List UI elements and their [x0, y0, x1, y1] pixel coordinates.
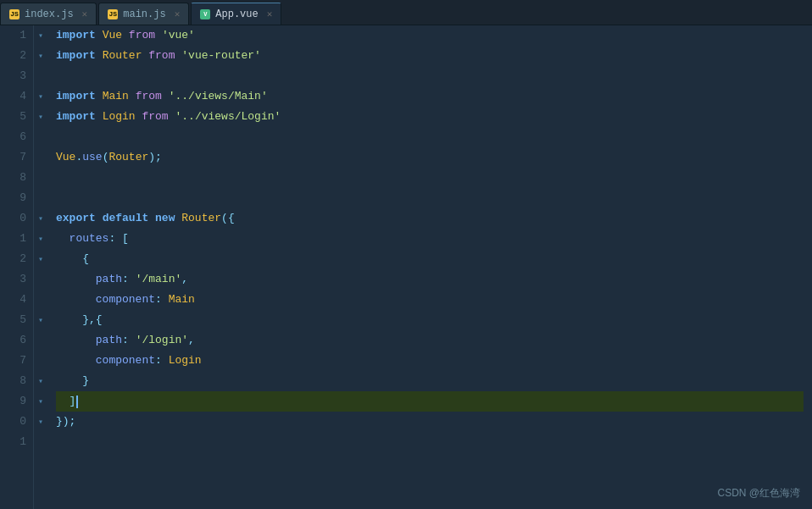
code-line-13: path: '/main', — [56, 269, 804, 290]
tab-main-js[interactable]: JS main.js ✕ — [98, 3, 189, 25]
code-line-14: component: Main — [56, 290, 804, 310]
line-num-5: 5 — [7, 107, 26, 127]
fold-2[interactable]: ▾ — [34, 46, 47, 66]
tab-main-js-label: main.js — [123, 8, 165, 20]
code-line-20: }); — [56, 412, 804, 432]
fold-17 — [34, 351, 47, 371]
fold-6 — [34, 127, 47, 147]
fold-13 — [34, 269, 47, 290]
code-area: 1 2 3 4 5 6 7 8 9 0 1 2 3 4 5 6 7 8 9 0 … — [0, 25, 812, 509]
line-num-18: 8 — [7, 371, 26, 391]
code-line-4: import Main from '../views/Main' — [56, 86, 804, 107]
code-line-9 — [56, 188, 804, 208]
code-line-16: path: '/login', — [56, 330, 804, 351]
code-line-19: ] — [56, 391, 804, 412]
line-num-10: 0 — [7, 208, 26, 229]
code-line-2: import Router from 'vue-router' — [56, 46, 804, 66]
code-line-1: import Vue from 'vue' — [56, 25, 804, 46]
line-num-11: 1 — [7, 229, 26, 249]
line-num-6: 6 — [7, 127, 26, 147]
fold-8 — [34, 168, 47, 188]
fold-7 — [34, 147, 47, 168]
fold-19[interactable]: ▾ — [34, 391, 47, 412]
fold-4[interactable]: ▾ — [34, 86, 47, 107]
fold-11[interactable]: ▾ — [34, 229, 47, 249]
fold-16 — [34, 330, 47, 351]
line-num-1: 1 — [7, 25, 26, 46]
code-line-15: },{ — [56, 310, 804, 330]
code-line-3 — [56, 66, 804, 86]
line-num-12: 2 — [7, 249, 26, 269]
code-line-6 — [56, 127, 804, 147]
fold-3 — [34, 66, 47, 86]
fold-20[interactable]: ▾ — [34, 412, 47, 432]
fold-9 — [34, 188, 47, 208]
line-num-15: 5 — [7, 310, 26, 330]
fold-15[interactable]: ▾ — [34, 310, 47, 330]
code-line-21 — [56, 432, 804, 452]
fold-col: ▾ ▾ ▾ ▾ ▾ ▾ ▾ ▾ ▾ ▾ ▾ — [34, 25, 47, 509]
line-num-9: 9 — [7, 188, 26, 208]
line-num-21: 1 — [7, 432, 26, 452]
fold-12[interactable]: ▾ — [34, 249, 47, 269]
tab-app-vue-close[interactable]: ✕ — [267, 8, 273, 19]
editor-container: JS index.js ✕ JS main.js ✕ V App.vue ✕ 1… — [0, 0, 812, 509]
code-line-7: Vue.use(Router); — [56, 147, 804, 168]
line-num-2: 2 — [7, 46, 26, 66]
line-num-14: 4 — [7, 290, 26, 310]
watermark: CSDN @红色海湾 — [717, 486, 800, 501]
line-num-4: 4 — [7, 86, 26, 107]
code-line-17: component: Login — [56, 351, 804, 371]
tab-bar: JS index.js ✕ JS main.js ✕ V App.vue ✕ — [0, 0, 812, 25]
code-content[interactable]: import Vue from 'vue' import Router from… — [47, 25, 812, 509]
line-num-8: 8 — [7, 168, 26, 188]
code-line-12: { — [56, 249, 804, 269]
line-num-16: 6 — [7, 330, 26, 351]
code-line-5: import Login from '../views/Login' — [56, 107, 804, 127]
js-icon: JS — [9, 9, 19, 19]
line-num-7: 7 — [7, 147, 26, 168]
tab-app-vue-label: App.vue — [215, 8, 258, 20]
tab-index-js-close[interactable]: ✕ — [82, 8, 88, 19]
line-numbers: 1 2 3 4 5 6 7 8 9 0 1 2 3 4 5 6 7 8 9 0 … — [0, 25, 34, 509]
tab-main-js-close[interactable]: ✕ — [175, 8, 181, 19]
fold-18[interactable]: ▾ — [34, 371, 47, 391]
tab-app-vue[interactable]: V App.vue ✕ — [191, 3, 281, 25]
js-icon-main: JS — [108, 9, 118, 19]
line-num-13: 3 — [7, 269, 26, 290]
code-line-11: routes: [ — [56, 229, 804, 249]
fold-21 — [34, 432, 47, 452]
line-num-3: 3 — [7, 66, 26, 86]
code-line-8 — [56, 168, 804, 188]
line-num-20: 0 — [7, 412, 26, 432]
line-num-17: 7 — [7, 351, 26, 371]
fold-10[interactable]: ▾ — [34, 208, 47, 229]
vue-icon: V — [200, 9, 210, 19]
tab-index-js[interactable]: JS index.js ✕ — [0, 3, 97, 25]
line-num-19: 9 — [7, 391, 26, 412]
tab-index-js-label: index.js — [25, 8, 74, 20]
code-line-18: } — [56, 371, 804, 391]
fold-5[interactable]: ▾ — [34, 107, 47, 127]
code-line-10: export default new Router({ — [56, 208, 804, 229]
fold-14 — [34, 290, 47, 310]
fold-1[interactable]: ▾ — [34, 25, 47, 46]
